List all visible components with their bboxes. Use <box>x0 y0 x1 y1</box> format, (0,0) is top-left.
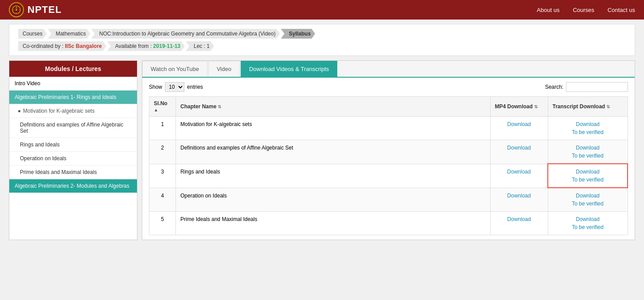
breadcrumb-area: Courses Mathematics NOC:Introduction to … <box>9 24 635 56</box>
breadcrumb-row2: Co-ordinated by : IISc Bangalore Availab… <box>18 41 626 51</box>
cell-transcript-download: DownloadTo be verified <box>548 164 628 188</box>
transcript-download-link[interactable]: Download <box>553 121 623 127</box>
bullet-dot <box>18 110 20 112</box>
available-date: 2019-11-13 <box>153 43 180 49</box>
transcript-verify-link[interactable]: To be verified <box>553 153 623 159</box>
coord-value[interactable]: IISc Bangalore <box>65 43 101 49</box>
sidebar-item-algebraic-pre1[interactable]: Algebraic Preliminaries 1- Rings and Ide… <box>9 91 137 104</box>
transcript-verify-link[interactable]: To be verified <box>553 224 623 230</box>
table-header-row: Sl.No Chapter Name MP4 Download Transcri… <box>149 97 628 117</box>
cell-chapter: Prime Ideals and Maximal Ideals <box>176 212 491 235</box>
breadcrumb-mathematics[interactable]: Mathematics <box>48 29 90 39</box>
table-controls: Show 10 25 50 entries Search: <box>149 82 628 92</box>
data-table: Sl.No Chapter Name MP4 Download Transcri… <box>149 96 628 235</box>
cell-slno: 2 <box>149 140 176 164</box>
cell-slno: 1 <box>149 117 176 140</box>
right-content: Watch on YouTube Video Download Videos &… <box>142 60 635 240</box>
lec-value: 1 <box>207 43 210 49</box>
transcript-download-link[interactable]: Download <box>553 145 623 151</box>
tab-download[interactable]: Download Videos & Transcripts <box>241 61 337 77</box>
table-row: 5Prime Ideals and Maximal IdealsDownload… <box>149 212 628 235</box>
logo-icon <box>9 2 24 17</box>
mp4-download-link[interactable]: Download <box>495 121 543 127</box>
cell-mp4-download: Download <box>490 117 548 140</box>
tab-video[interactable]: Video <box>208 61 240 77</box>
transcript-verify-link[interactable]: To be verified <box>553 129 623 135</box>
page-header: NPTEL About us Courses Contact us <box>0 0 644 20</box>
logo-text: NPTEL <box>27 4 62 16</box>
breadcrumb-available: Available from : 2019-11-13 <box>107 41 185 51</box>
mp4-download-link[interactable]: Download <box>495 193 543 199</box>
nav-about[interactable]: About us <box>537 7 559 13</box>
cell-slno: 4 <box>149 188 176 212</box>
svg-point-1 <box>16 9 17 11</box>
cell-transcript-download: DownloadTo be verified <box>548 212 628 235</box>
logo-area: NPTEL <box>9 2 62 17</box>
breadcrumb-lec: Lec : 1 <box>186 41 214 51</box>
cell-mp4-download: Download <box>490 140 548 164</box>
search-input[interactable] <box>566 82 628 92</box>
cell-mp4-download: Download <box>490 164 548 188</box>
transcript-download-link[interactable]: Download <box>553 216 623 222</box>
main-content: Modules / Lectures Intro Video Algebraic… <box>9 60 635 240</box>
table-body: 1Motivation for K-algebraic setsDownload… <box>149 117 628 235</box>
table-row: 3Rings and IdealsDownloadDownloadTo be v… <box>149 164 628 188</box>
sidebar-item-algebraic-pre2[interactable]: Algebraic Preliminaries 2- Modules and A… <box>9 179 137 193</box>
table-row: 1Motivation for K-algebraic setsDownload… <box>149 117 628 140</box>
mp4-download-link[interactable]: Download <box>495 169 543 175</box>
sidebar-item-motivation[interactable]: Motivation for K-algebraic sets <box>9 104 137 118</box>
search-label: Search: <box>545 84 563 90</box>
cell-chapter: Motivation for K-algebraic sets <box>176 117 491 140</box>
show-label: Show <box>149 84 162 90</box>
search-area: Search: <box>545 82 628 92</box>
entries-select[interactable]: 10 25 50 <box>165 82 184 92</box>
breadcrumb-course[interactable]: NOC:Introduction to Algebraic Geometry a… <box>91 29 280 39</box>
cell-mp4-download: Download <box>490 212 548 235</box>
tab-watch-youtube[interactable]: Watch on YouTube <box>142 61 207 77</box>
nav-contact[interactable]: Contact us <box>608 7 635 13</box>
show-entries: Show 10 25 50 entries <box>149 82 203 92</box>
sidebar-item-operations[interactable]: Operation on Ideals <box>9 152 137 166</box>
cell-transcript-download: DownloadTo be verified <box>548 140 628 164</box>
cell-slno: 5 <box>149 212 176 235</box>
entries-label: entries <box>187 84 203 90</box>
cell-slno: 3 <box>149 164 176 188</box>
cell-mp4-download: Download <box>490 188 548 212</box>
breadcrumb-courses[interactable]: Courses <box>18 29 47 39</box>
cell-transcript-download: DownloadTo be verified <box>548 117 628 140</box>
col-header-chapter[interactable]: Chapter Name <box>176 97 491 117</box>
breadcrumb-coordinated: Co-ordinated by : IISc Bangalore <box>18 41 106 51</box>
sidebar-item-prime-ideals[interactable]: Prime Ideals and Maximal Ideals <box>9 166 137 179</box>
table-row: 4Operation on IdealsDownloadDownloadTo b… <box>149 188 628 212</box>
cell-transcript-download: DownloadTo be verified <box>548 188 628 212</box>
cell-chapter: Operation on Ideals <box>176 188 491 212</box>
transcript-download-link[interactable]: Download <box>553 193 623 199</box>
sidebar-item-definitions[interactable]: Definitions and examples of Affine Algeb… <box>9 118 137 138</box>
mp4-download-link[interactable]: Download <box>495 216 543 222</box>
sidebar-item-intro-video[interactable]: Intro Video <box>9 77 137 91</box>
sidebar-item-rings[interactable]: Rings and Ideals <box>9 138 137 152</box>
breadcrumb-row1: Courses Mathematics NOC:Introduction to … <box>18 29 626 39</box>
transcript-download-link[interactable]: Download <box>553 169 623 175</box>
col-header-transcript[interactable]: Transcript Download <box>548 97 628 117</box>
tabs-bar: Watch on YouTube Video Download Videos &… <box>142 61 635 78</box>
sidebar-header: Modules / Lectures <box>9 61 137 77</box>
col-header-mp4[interactable]: MP4 Download <box>490 97 548 117</box>
cell-chapter: Rings and Ideals <box>176 164 491 188</box>
nav-links: About us Courses Contact us <box>537 7 635 13</box>
sidebar: Modules / Lectures Intro Video Algebraic… <box>9 60 137 240</box>
nav-courses[interactable]: Courses <box>573 7 594 13</box>
table-area: Show 10 25 50 entries Search: Sl.No <box>142 78 635 240</box>
transcript-verify-link[interactable]: To be verified <box>553 201 623 207</box>
mp4-download-link[interactable]: Download <box>495 145 543 151</box>
cell-chapter: Definitions and examples of Affine Algeb… <box>176 140 491 164</box>
col-header-slno[interactable]: Sl.No <box>149 97 176 117</box>
breadcrumb-syllabus[interactable]: Syllabus <box>281 29 315 39</box>
transcript-verify-link[interactable]: To be verified <box>553 177 623 183</box>
table-row: 2Definitions and examples of Affine Alge… <box>149 140 628 164</box>
